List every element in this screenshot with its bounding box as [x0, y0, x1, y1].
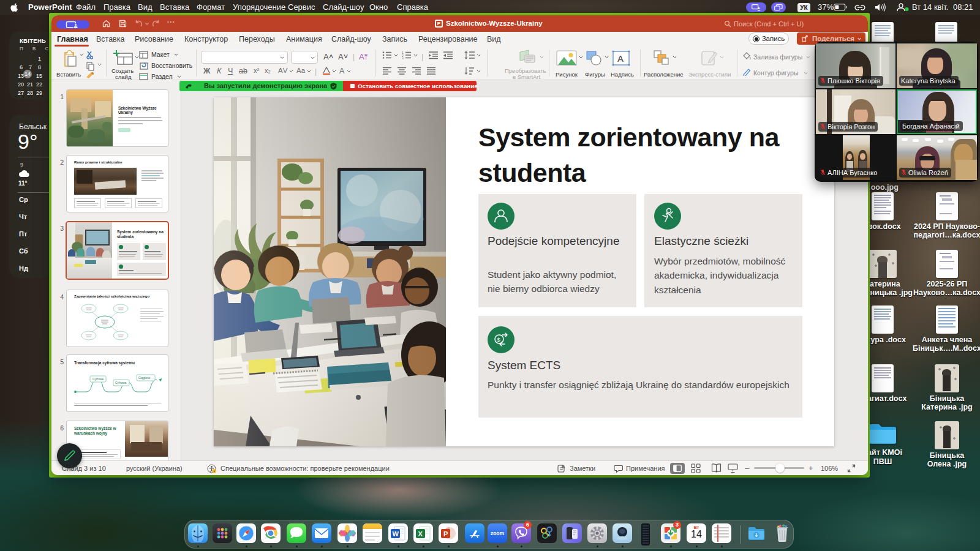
svg-text:3: 3: [402, 57, 404, 60]
svg-text:$: $: [497, 337, 500, 343]
svg-text:А: А: [617, 53, 624, 64]
svg-text:Ciągłość: Ciągłość: [138, 376, 151, 380]
svg-text:X: X: [418, 530, 423, 538]
svg-text:Cyfrowa: Cyfrowa: [115, 381, 127, 384]
svg-text:P: P: [443, 530, 448, 538]
svg-text:Cyfrowe: Cyfrowe: [92, 377, 104, 381]
svg-text:W: W: [393, 530, 399, 538]
